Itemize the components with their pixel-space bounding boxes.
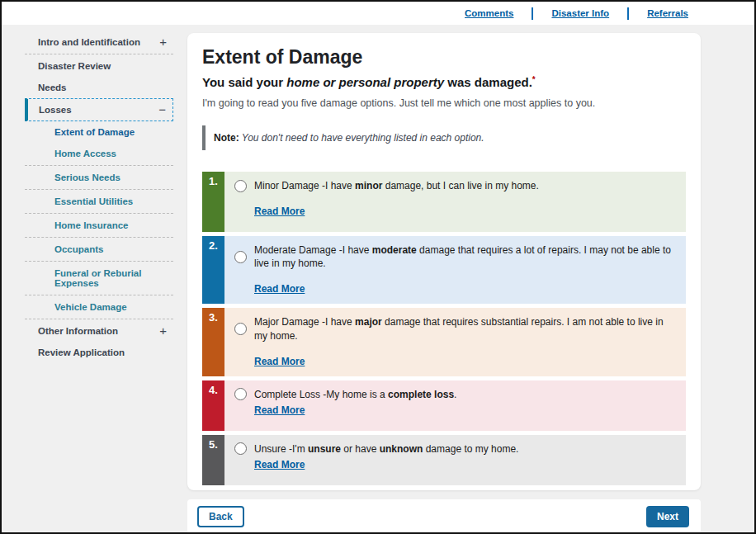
sidebar-item-losses[interactable]: Losses − bbox=[25, 98, 173, 121]
sidebar-item-label: Intro and Identification bbox=[38, 37, 140, 47]
option-content: Unsure -I'm unsure or have unknown damag… bbox=[224, 435, 686, 485]
option-choice[interactable]: Minor Damage -I have minor damage, but I… bbox=[234, 179, 676, 192]
sidebar-item-label: Other Information bbox=[38, 326, 118, 336]
sidebar-item-home-insurance[interactable]: Home Insurance bbox=[25, 215, 173, 236]
next-button[interactable]: Next bbox=[646, 506, 689, 527]
option-content: Complete Loss -My home is a complete los… bbox=[224, 380, 686, 431]
option-number-badge: 2. bbox=[202, 236, 224, 304]
damage-option-major: 3. Major Damage -I have major damage tha… bbox=[202, 308, 686, 376]
radio-button[interactable] bbox=[234, 251, 247, 263]
damage-option-minor: 1. Minor Damage -I have minor damage, bu… bbox=[202, 172, 686, 232]
damage-option-unsure: 5. Unsure -I'm unsure or have unknown da… bbox=[202, 435, 686, 485]
nav-divider bbox=[627, 7, 629, 20]
read-more-link[interactable]: Read More bbox=[254, 356, 305, 367]
read-more-link[interactable]: Read More bbox=[254, 459, 305, 470]
sidebar-item-intro-and-identification[interactable]: Intro and Identification + bbox=[25, 31, 173, 53]
wizard-nav-bar: Back Next bbox=[187, 499, 701, 534]
question-prefix: You said your bbox=[202, 75, 286, 89]
sidebar-divider bbox=[25, 319, 173, 319]
radio-button[interactable] bbox=[234, 442, 247, 455]
radio-button[interactable] bbox=[234, 180, 247, 192]
sidebar-item-occupants[interactable]: Occupants bbox=[25, 239, 173, 260]
expand-icon[interactable]: + bbox=[159, 38, 167, 46]
read-more-link[interactable]: Read More bbox=[254, 404, 305, 416]
sidebar-item-disaster-review[interactable]: Disaster Review bbox=[25, 55, 173, 77]
comments-link[interactable]: Comments bbox=[465, 8, 513, 18]
option-text: Moderate Damage -I have moderate damage … bbox=[254, 243, 676, 270]
sidebar-divider bbox=[25, 237, 173, 238]
sidebar-item-other-information[interactable]: Other Information + bbox=[25, 320, 173, 342]
option-text: Minor Damage -I have minor damage, but I… bbox=[254, 179, 539, 192]
radio-button[interactable] bbox=[234, 323, 247, 335]
nav-divider bbox=[532, 7, 533, 20]
damage-option-complete-loss: 4. Complete Loss -My home is a complete … bbox=[202, 380, 686, 431]
option-number-badge: 5. bbox=[202, 435, 224, 485]
sidebar-item-extent-of-damage[interactable]: Extent of Damage bbox=[25, 121, 173, 143]
sidebar-divider bbox=[25, 295, 173, 295]
damage-options-list: 1. Minor Damage -I have minor damage, bu… bbox=[202, 172, 686, 485]
sidebar-item-label: Disaster Review bbox=[38, 61, 111, 71]
sidebar-item-label: Review Application bbox=[38, 347, 125, 357]
sidebar-item-essential-utilities[interactable]: Essential Utilities bbox=[25, 191, 173, 212]
required-asterisk: * bbox=[532, 75, 536, 84]
sidebar: Intro and Identification + Disaster Revi… bbox=[25, 31, 173, 363]
expand-icon[interactable]: + bbox=[159, 327, 167, 335]
option-text: Complete Loss -My home is a complete los… bbox=[254, 388, 456, 401]
sidebar-item-funeral-or-reburial-expenses[interactable]: Funeral or Reburial Expenses bbox=[25, 262, 173, 294]
sidebar-divider bbox=[25, 165, 173, 166]
option-choice[interactable]: Complete Loss -My home is a complete los… bbox=[234, 388, 676, 401]
main-content: Extent of Damage You said your home or p… bbox=[187, 33, 701, 490]
instruction-text: I'm going to read you five damage option… bbox=[202, 97, 686, 109]
page-title: Extent of Damage bbox=[202, 46, 686, 69]
option-choice[interactable]: Moderate Damage -I have moderate damage … bbox=[234, 243, 676, 270]
read-more-link[interactable]: Read More bbox=[254, 206, 305, 217]
option-number-badge: 3. bbox=[202, 308, 224, 376]
back-button[interactable]: Back bbox=[197, 506, 244, 527]
app-window: Comments Disaster Info Referrals Intro a… bbox=[0, 0, 756, 534]
option-choice[interactable]: Unsure -I'm unsure or have unknown damag… bbox=[234, 442, 676, 456]
note-text: You don't need to have everything listed… bbox=[239, 132, 484, 144]
sidebar-divider bbox=[25, 213, 173, 214]
option-content: Major Damage -I have major damage that r… bbox=[224, 308, 686, 376]
sidebar-item-review-application[interactable]: Review Application bbox=[25, 342, 173, 363]
note-callout: Note: You don't need to have everything … bbox=[202, 125, 686, 150]
option-content: Minor Damage -I have minor damage, but I… bbox=[224, 172, 686, 232]
sidebar-divider bbox=[25, 261, 173, 262]
option-text: Unsure -I'm unsure or have unknown damag… bbox=[254, 442, 518, 456]
sidebar-item-needs[interactable]: Needs bbox=[25, 77, 173, 98]
sidebar-item-home-access[interactable]: Home Access bbox=[25, 143, 173, 164]
disaster-info-link[interactable]: Disaster Info bbox=[551, 8, 609, 18]
option-content: Moderate Damage -I have moderate damage … bbox=[224, 236, 686, 304]
sidebar-item-vehicle-damage[interactable]: Vehicle Damage bbox=[25, 296, 173, 318]
note-label: Note: bbox=[214, 132, 239, 144]
read-more-link[interactable]: Read More bbox=[254, 283, 305, 295]
sidebar-item-label: Losses bbox=[39, 105, 72, 115]
option-choice[interactable]: Major Damage -I have major damage that r… bbox=[234, 315, 676, 342]
referrals-link[interactable]: Referrals bbox=[647, 8, 688, 18]
sidebar-divider bbox=[25, 189, 173, 190]
top-nav: Comments Disaster Info Referrals bbox=[2, 2, 754, 25]
damage-option-moderate: 2. Moderate Damage -I have moderate dama… bbox=[202, 236, 686, 304]
collapse-icon[interactable]: − bbox=[158, 106, 166, 114]
radio-button[interactable] bbox=[234, 388, 247, 400]
sidebar-item-label: Needs bbox=[38, 83, 67, 92]
option-text: Major Damage -I have major damage that r… bbox=[254, 315, 676, 342]
question-text: You said your home or personal property … bbox=[202, 75, 686, 89]
question-emphasis: home or personal property bbox=[286, 75, 444, 89]
sidebar-item-serious-needs[interactable]: Serious Needs bbox=[25, 167, 173, 188]
option-number-badge: 1. bbox=[202, 172, 224, 232]
option-number-badge: 4. bbox=[202, 380, 224, 431]
question-suffix: was damaged. bbox=[444, 75, 532, 89]
sidebar-divider bbox=[25, 54, 173, 54]
